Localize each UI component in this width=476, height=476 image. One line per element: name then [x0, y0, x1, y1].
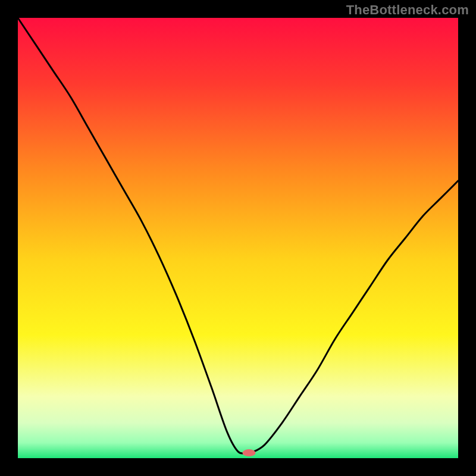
plot-background [18, 18, 458, 458]
bottleneck-chart [0, 0, 476, 476]
optimal-marker [243, 449, 256, 456]
chart-frame: TheBottleneck.com [0, 0, 476, 476]
watermark-text: TheBottleneck.com [346, 2, 469, 18]
